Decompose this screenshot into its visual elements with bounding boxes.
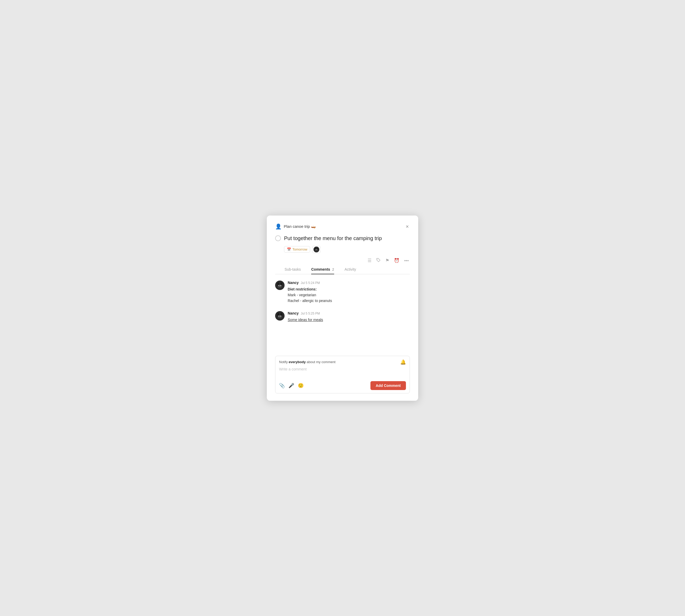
notify-row: Notify everybody about my comment 🔔: [279, 359, 406, 365]
toolbar-row: ☰ ⚑ ⏰ •••: [275, 258, 410, 264]
commenter-avatar-svg: [275, 311, 284, 321]
comment-textarea[interactable]: [279, 367, 406, 377]
comment-input-area: Notify everybody about my comment 🔔 📎 🎤 …: [275, 356, 410, 393]
comment-item: Nancy Jul 5 5:25 PM Some ideas for meals: [275, 311, 410, 323]
flag-icon[interactable]: ⚑: [385, 258, 389, 263]
task-row: Put together the menu for the camping tr…: [275, 235, 410, 242]
tab-comments[interactable]: Comments 2: [311, 265, 334, 274]
comment-line: Mark - vegetarian: [288, 293, 316, 297]
modal-header: 👤 Plan canoe trip 🛶 ×: [275, 223, 410, 230]
tags-row: 📅 Tomorrow: [284, 246, 410, 253]
dog-avatar-svg: [314, 247, 319, 252]
person-icon: 👤: [275, 223, 282, 229]
svg-point-8: [378, 259, 378, 259]
comment-meta: Nancy Jul 5 5:24 PM: [288, 281, 332, 285]
add-comment-button[interactable]: Add Comment: [370, 381, 406, 390]
task-title: Put together the menu for the camping tr…: [284, 235, 382, 242]
comment-line: Diet restrictions:: [288, 287, 317, 291]
svg-point-15: [280, 285, 281, 286]
svg-point-22: [278, 315, 280, 316]
due-date-tag[interactable]: 📅 Tomorrow: [284, 246, 310, 252]
comment-meta: Nancy Jul 5 5:25 PM: [288, 311, 323, 315]
tab-subtasks[interactable]: Sub-tasks: [284, 265, 301, 274]
tabs-row: Sub-tasks Comments 2 Activity: [275, 265, 410, 274]
assignee-tag[interactable]: [312, 246, 321, 253]
comment-text: Diet restrictions: Mark - vegetarian Rac…: [288, 286, 332, 304]
task-checkbox[interactable]: [275, 235, 281, 241]
more-icon[interactable]: •••: [404, 258, 409, 263]
task-modal: 👤 Plan canoe trip 🛶 × Put together the m…: [267, 216, 418, 401]
close-button[interactable]: ×: [405, 223, 410, 230]
due-date-label: Tomorrow: [292, 247, 307, 251]
comment-author: Nancy: [288, 311, 299, 315]
list-icon[interactable]: ☰: [368, 258, 371, 263]
comment-item: Nancy Jul 5 5:24 PM Diet restrictions: M…: [275, 281, 410, 304]
project-title-text: Plan canoe trip: [284, 224, 310, 228]
notify-suffix: about my comment: [307, 360, 336, 364]
emoji-icon[interactable]: 🙂: [298, 383, 304, 389]
header-left: 👤 Plan canoe trip 🛶: [275, 223, 316, 229]
assignee-avatar: [314, 247, 319, 252]
calendar-icon: 📅: [287, 247, 291, 251]
comments-count-badge: 2: [332, 267, 334, 271]
comment-text: Some ideas for meals: [288, 317, 323, 323]
input-toolbar-left: 📎 🎤 🙂: [279, 383, 304, 389]
avatar: [275, 281, 284, 290]
tab-activity[interactable]: Activity: [345, 265, 356, 274]
svg-point-6: [317, 249, 317, 250]
comment-body: Nancy Jul 5 5:24 PM Diet restrictions: M…: [288, 281, 332, 304]
svg-point-24: [279, 317, 281, 318]
comments-section: Nancy Jul 5 5:24 PM Diet restrictions: M…: [275, 281, 410, 354]
comment-line: Rachel - allergic to peanuts: [288, 299, 332, 303]
svg-point-23: [280, 315, 281, 316]
svg-point-5: [316, 249, 316, 250]
comment-link[interactable]: Some ideas for meals: [288, 318, 323, 322]
comment-time: Jul 5 5:24 PM: [301, 281, 320, 285]
svg-point-14: [278, 285, 280, 286]
comment-body: Nancy Jul 5 5:25 PM Some ideas for meals: [288, 311, 323, 323]
avatar: [275, 311, 284, 321]
project-emoji: 🛶: [311, 224, 316, 228]
notify-text: Notify everybody about my comment: [279, 360, 336, 364]
comment-time: Jul 5 5:25 PM: [301, 312, 320, 315]
svg-point-7: [316, 250, 317, 251]
tag-icon[interactable]: [376, 258, 381, 264]
project-title: Plan canoe trip 🛶: [284, 224, 316, 229]
comment-author: Nancy: [288, 281, 299, 285]
microphone-icon[interactable]: 🎤: [289, 383, 294, 389]
notify-bold: everybody: [289, 360, 306, 364]
input-toolbar: 📎 🎤 🙂 Add Comment: [279, 381, 406, 390]
svg-point-16: [279, 287, 281, 288]
clock-icon[interactable]: ⏰: [394, 258, 399, 263]
bell-icon[interactable]: 🔔: [400, 359, 406, 365]
notify-prefix: Notify: [279, 360, 288, 364]
attachment-icon[interactable]: 📎: [279, 383, 285, 389]
commenter-avatar-svg: [275, 281, 284, 290]
